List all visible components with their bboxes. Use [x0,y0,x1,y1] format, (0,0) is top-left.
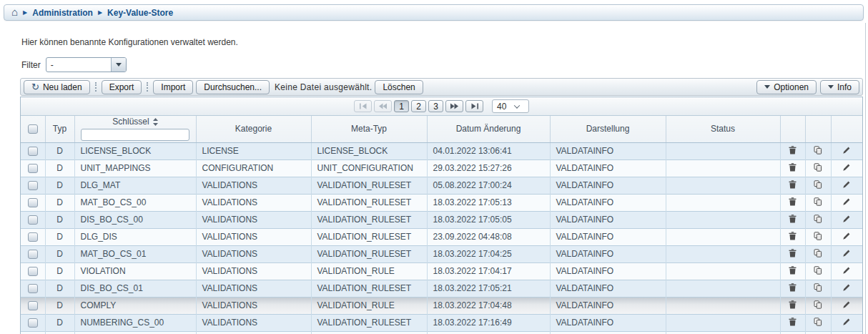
cell-kategorie: CONFIGURATION [196,159,311,177]
export-button-label: Export [109,82,134,92]
copy-row-button[interactable] [814,197,822,206]
table-row[interactable]: D LICENSE_BLOCK LICENSE LICENSE_BLOCK 04… [21,142,862,159]
page-button-1[interactable]: 1 [394,100,409,112]
delete-row-button[interactable] [789,318,797,326]
row-select-cell [21,314,45,331]
row-select-cell [21,262,45,280]
edit-row-button[interactable] [842,249,851,257]
copy-row-button[interactable] [814,146,822,154]
breadcrumb-administration[interactable]: Administration [32,8,93,18]
copy-row-button[interactable] [814,163,822,172]
row-checkbox[interactable] [28,267,38,276]
table-row[interactable]: D NUMBERING_CS_00 VALIDATIONS VALIDATION… [21,314,862,331]
edit-row-button[interactable] [842,215,851,223]
row-checkbox[interactable] [28,164,38,173]
info-menu-button[interactable]: Info [820,80,859,94]
cell-darstellung: VALDATAINFO [550,228,666,245]
page-button-2[interactable]: 2 [411,100,426,112]
row-checkbox[interactable] [28,198,38,207]
cell-darstellung: VALDATAINFO [550,245,666,262]
cell-status [666,280,780,297]
options-menu-button[interactable]: Optionen [756,80,817,94]
filter-dropdown-button[interactable] [111,58,126,72]
trash-icon [789,300,797,309]
edit-row-button[interactable] [842,266,851,275]
table-row[interactable]: D UNIT_MAPPINGS CONFIGURATION UNIT_CONFI… [21,159,862,177]
edit-row-button[interactable] [842,232,851,240]
edit-row-button[interactable] [842,283,851,292]
breadcrumb-key-value-store[interactable]: Key-Value-Store [107,8,173,18]
delete-row-button[interactable] [789,146,797,154]
table-row[interactable]: D DIS_BO_CS_00 VALIDATIONS VALIDATION_RU… [21,211,862,228]
page-size-select[interactable]: 40 [492,99,529,113]
cell-datum-aenderung: 04.01.2022 13:06:41 [427,142,550,159]
browse-file-button[interactable]: Durchsuchen... [196,80,270,94]
delete-row-button[interactable] [789,266,797,275]
delete-row-button[interactable] [789,215,797,223]
panel-right-border [865,23,866,334]
delete-row-button[interactable] [789,163,797,172]
table-row[interactable]: D MAT_BO_CS_00 VALIDATIONS VALIDATION_RU… [21,194,862,211]
delete-row-button[interactable] [789,249,797,257]
copy-row-button[interactable] [814,215,822,223]
row-checkbox[interactable] [28,147,38,156]
copy-row-button[interactable] [814,266,822,275]
reload-button[interactable]: ↻ Neu laden [24,80,90,94]
next-page-button[interactable] [445,100,463,112]
delete-button[interactable]: Löschen [375,80,423,94]
edit-row-button[interactable] [842,300,851,309]
table-row[interactable]: D DIS_BO_CS_01 VALIDATIONS VALIDATION_RU… [21,280,862,297]
copy-row-button[interactable] [814,318,822,326]
row-checkbox[interactable] [28,284,38,293]
row-edit-cell [831,245,862,262]
select-all-checkbox[interactable] [28,124,38,134]
page-button-3[interactable]: 3 [428,100,443,112]
delete-button-label: Löschen [383,82,415,92]
row-checkbox[interactable] [28,250,38,259]
row-checkbox[interactable] [28,232,38,242]
copy-row-button[interactable] [814,283,822,292]
delete-row-button[interactable] [789,283,797,292]
delete-row-button[interactable] [789,300,797,309]
pencil-icon [842,215,851,223]
cell-datum-aenderung: 18.03.2022 17:04:17 [427,262,550,280]
table-row[interactable]: D DLG_DIS VALIDATIONS VALIDATION_RULESET… [21,228,862,245]
table-row[interactable]: D VIOLATION VALIDATIONS VALIDATION_RULE … [21,262,862,280]
edit-row-button[interactable] [842,146,851,154]
row-checkbox[interactable] [28,301,38,310]
edit-row-button[interactable] [842,180,851,189]
breadcrumb: ⌂ ▶ Administration ▶ Key-Value-Store [4,4,864,21]
refresh-icon: ↻ [31,82,39,92]
first-page-button[interactable] [354,100,372,112]
filter-dropdown[interactable]: - [46,57,127,72]
export-button[interactable]: Export [102,80,142,94]
edit-row-button[interactable] [842,163,851,172]
edit-row-button[interactable] [842,318,851,326]
copy-row-button[interactable] [814,300,822,309]
cell-darstellung: VALDATAINFO [550,194,666,211]
last-page-button[interactable] [465,100,483,112]
row-checkbox[interactable] [28,181,38,190]
copy-row-button[interactable] [814,232,822,240]
delete-row-button[interactable] [789,197,797,206]
table-row[interactable]: D DLG_MAT VALIDATIONS VALIDATION_RULESET… [21,177,862,194]
key-filter-input[interactable] [81,129,189,141]
header-schluessel[interactable]: Schlüssel [74,116,196,142]
copy-row-button[interactable] [814,249,822,257]
previous-page-button[interactable] [374,100,392,112]
copy-row-button[interactable] [814,180,822,189]
table-row[interactable]: D COMPLY VALIDATIONS VALIDATION_RULE 18.… [21,297,862,314]
copy-icon [814,215,822,223]
table-row[interactable]: D MAT_BO_CS_01 VALIDATIONS VALIDATION_RU… [21,245,862,262]
edit-row-button[interactable] [842,197,851,206]
home-icon[interactable]: ⌂ [11,6,18,17]
pencil-icon [842,300,851,309]
table-row[interactable] [21,331,862,334]
row-checkbox[interactable] [28,318,38,328]
row-checkbox[interactable] [28,215,38,225]
cell-meta-typ: VALIDATION_RULESET [311,314,427,331]
copy-icon [814,283,822,292]
delete-row-button[interactable] [789,180,797,189]
import-button[interactable]: Import [153,80,193,94]
delete-row-button[interactable] [789,232,797,240]
